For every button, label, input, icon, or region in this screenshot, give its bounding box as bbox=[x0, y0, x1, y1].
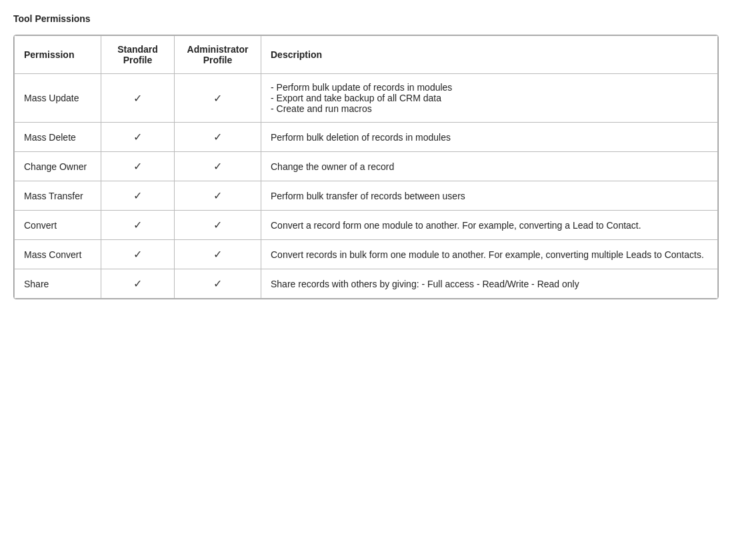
cell-permission: Mass Delete bbox=[15, 123, 101, 152]
cell-standard-check: ✓ bbox=[101, 123, 175, 152]
cell-admin-check: ✓ bbox=[175, 181, 261, 211]
checkmark-admin: ✓ bbox=[213, 93, 222, 104]
cell-description: Convert a record form one module to anot… bbox=[261, 211, 718, 240]
cell-description: - Perform bulk update of records in modu… bbox=[261, 74, 718, 123]
checkmark-admin: ✓ bbox=[213, 190, 222, 201]
checkmark-standard: ✓ bbox=[133, 219, 142, 231]
checkmark-standard: ✓ bbox=[133, 190, 142, 201]
checkmark-admin: ✓ bbox=[213, 278, 222, 289]
cell-admin-check: ✓ bbox=[175, 74, 261, 123]
col-header-permission: Permission bbox=[15, 36, 101, 74]
cell-description: Perform bulk deletion of records in modu… bbox=[261, 123, 718, 152]
checkmark-standard: ✓ bbox=[133, 93, 142, 104]
col-header-admin: Administrator Profile bbox=[175, 36, 261, 74]
cell-standard-check: ✓ bbox=[101, 152, 175, 181]
cell-admin-check: ✓ bbox=[175, 269, 261, 299]
cell-admin-check: ✓ bbox=[175, 211, 261, 240]
cell-permission: Mass Convert bbox=[15, 240, 101, 269]
cell-admin-check: ✓ bbox=[175, 240, 261, 269]
cell-permission: Share bbox=[15, 269, 101, 299]
cell-description: Perform bulk transfer of records between… bbox=[261, 181, 718, 211]
cell-description: Share records with others by giving: - F… bbox=[261, 269, 718, 299]
cell-standard-check: ✓ bbox=[101, 74, 175, 123]
checkmark-admin: ✓ bbox=[213, 161, 222, 172]
table-row: Change Owner✓✓Change the owner of a reco… bbox=[15, 152, 718, 181]
checkmark-standard: ✓ bbox=[133, 131, 142, 143]
cell-standard-check: ✓ bbox=[101, 269, 175, 299]
permissions-table-wrapper: Permission Standard Profile Administrato… bbox=[13, 35, 719, 299]
cell-permission: Change Owner bbox=[15, 152, 101, 181]
cell-permission: Convert bbox=[15, 211, 101, 240]
checkmark-admin: ✓ bbox=[213, 131, 222, 143]
cell-standard-check: ✓ bbox=[101, 181, 175, 211]
table-row: Share✓✓Share records with others by givi… bbox=[15, 269, 718, 299]
cell-description: Change the owner of a record bbox=[261, 152, 718, 181]
cell-standard-check: ✓ bbox=[101, 240, 175, 269]
table-row: Convert✓✓Convert a record form one modul… bbox=[15, 211, 718, 240]
cell-standard-check: ✓ bbox=[101, 211, 175, 240]
cell-description: Convert records in bulk form one module … bbox=[261, 240, 718, 269]
checkmark-admin: ✓ bbox=[213, 249, 222, 260]
checkmark-standard: ✓ bbox=[133, 278, 142, 289]
checkmark-standard: ✓ bbox=[133, 249, 142, 260]
table-row: Mass Update✓✓- Perform bulk update of re… bbox=[15, 74, 718, 123]
cell-permission: Mass Update bbox=[15, 74, 101, 123]
permissions-table: Permission Standard Profile Administrato… bbox=[14, 35, 718, 299]
table-header-row: Permission Standard Profile Administrato… bbox=[15, 36, 718, 74]
checkmark-standard: ✓ bbox=[133, 161, 142, 172]
col-header-description: Description bbox=[261, 36, 718, 74]
cell-permission: Mass Transfer bbox=[15, 181, 101, 211]
cell-admin-check: ✓ bbox=[175, 152, 261, 181]
table-row: Mass Convert✓✓Convert records in bulk fo… bbox=[15, 240, 718, 269]
page-title: Tool Permissions bbox=[13, 13, 719, 24]
col-header-standard: Standard Profile bbox=[101, 36, 175, 74]
checkmark-admin: ✓ bbox=[213, 219, 222, 231]
cell-admin-check: ✓ bbox=[175, 123, 261, 152]
table-row: Mass Transfer✓✓Perform bulk transfer of … bbox=[15, 181, 718, 211]
table-row: Mass Delete✓✓Perform bulk deletion of re… bbox=[15, 123, 718, 152]
